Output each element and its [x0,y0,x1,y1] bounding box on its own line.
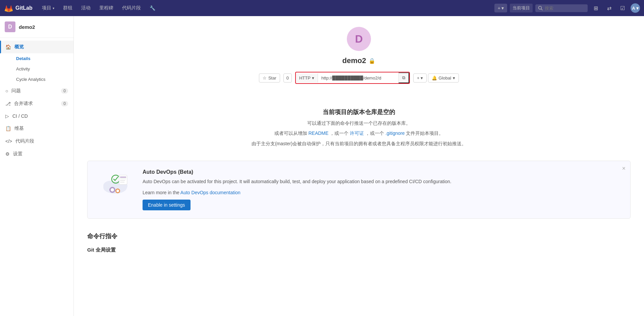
empty-repo-section: 当前项目的版本仓库是空的 可以通过下面的命令行推送一个已存在的版本库。 或者可以… [74,101,644,161]
add-button[interactable]: + ▾ [494,4,507,12]
commands-title: 命令行指令 [87,232,631,240]
sidebar-cicd-label: CI / CD [12,113,28,119]
issue-icon: ○ [5,88,8,94]
layout: D demo2 🏠 概览 Details Activity Cycle Anal… [0,16,644,316]
search-input[interactable] [545,6,585,11]
sidebar-project-name: demo2 [19,24,35,30]
sidebar-project-header: D demo2 [0,16,73,38]
plus-chevron-icon: ▾ [421,75,423,81]
star-button[interactable]: ☆ Star [259,73,280,83]
project-name-row: demo2 🔒 [80,56,637,65]
devops-description: Auto DevOps can be activated for this pr… [143,178,620,185]
ci-icon: ▷ [5,113,9,119]
git-global-title: Git 全局设置 [87,247,631,253]
notify-chevron-icon: ▾ [453,75,455,81]
sidebar-item-snippets[interactable]: </> 代码片段 [0,135,73,148]
merge-request-icon-btn[interactable]: ⇄ [604,3,614,13]
nav-milestones[interactable]: 里程碑 [95,3,117,13]
devops-learn-more: Learn more in the Auto DevOps documentat… [143,189,620,196]
sidebar-wiki-label: 维基 [14,125,24,131]
url-bar-wrap: ☆ Star 0 HTTP ▾ ⧉ + [80,72,637,84]
merge-badge: 0 [61,101,68,106]
empty-repo-line2: 或者可以从增加 README ，或一个 许可证 ，或一个 .gitignore … [87,129,631,137]
chevron-down-icon: ▾ [312,75,314,81]
notify-label: Global [439,75,451,81]
url-input[interactable] [318,73,398,83]
topnav-right: + ▾ 当前项目 ⊞ ⇄ ☑ A ▾ [494,3,640,13]
svg-rect-10 [119,175,127,185]
url-actions: + ▾ 🔔 Global ▾ [413,73,459,83]
sidebar-overview-label: 概览 [14,44,24,50]
notify-button[interactable]: 🔔 Global ▾ [428,73,459,83]
sidebar-item-cicd[interactable]: ▷ CI / CD [0,110,73,122]
sidebar-snippets-label: 代码片段 [15,138,34,144]
auto-devops-illustration [98,169,132,196]
bell-icon: 🔔 [432,75,437,81]
command-section: 命令行指令 Git 全局设置 [74,232,644,270]
sidebar-project-avatar: D [5,21,15,32]
topnav: GitLab 项目 群组 活动 里程碑 代码片段 🔧 + ▾ 当前项目 ⊞ ⇄ … [0,0,644,16]
svg-point-8 [116,190,119,192]
nav-wrench[interactable]: 🔧 [146,3,159,13]
snippet-icon: </> [5,139,12,144]
user-avatar[interactable]: A ▾ [631,3,640,13]
gitlab-logo-icon [4,3,13,13]
wiki-icon: 📋 [5,126,11,131]
main-content: D demo2 🔒 ☆ Star 0 HTTP ▾ [74,16,644,316]
sidebar-sub-overview: Details Activity Cycle Analytics [0,53,73,85]
sidebar-item-settings[interactable]: ⚙ 设置 [0,148,73,160]
issues-badge: 0 [61,88,68,94]
search-icon [538,6,543,10]
url-box: HTTP ▾ ⧉ [295,72,410,84]
brand-name: GitLab [15,5,33,11]
project-header: D demo2 🔒 ☆ Star 0 HTTP ▾ [74,16,644,101]
sidebar-merge-label: 合并请求 [14,101,33,107]
devops-content: Auto DevOps (Beta) Auto DevOps can be ac… [143,169,620,210]
empty-repo-line3: 由于主分支(master)会被自动保护，只有当前项目的拥有者或者您具备主程序员权… [87,140,631,147]
auto-devops-card: × [87,161,631,219]
gitignore-link[interactable]: .gitignore [385,130,405,136]
broadcast-icon-btn[interactable]: ⊞ [590,3,601,13]
sidebar-sub-details[interactable]: Details [11,53,73,64]
brand[interactable]: GitLab [4,3,33,13]
url-protocol-select[interactable]: HTTP ▾ [296,73,318,83]
settings-icon: ⚙ [5,151,10,157]
sidebar-sub-cycle-analytics[interactable]: Cycle Analytics [11,74,73,85]
sidebar-item-merge-requests[interactable]: ⎇ 合并请求 0 [0,97,73,110]
home-icon: 🏠 [5,44,11,50]
sidebar-item-overview[interactable]: 🏠 概览 [0,41,73,53]
enable-settings-button[interactable]: Enable in settings [143,200,191,210]
nav-activity[interactable]: 活动 [77,3,95,13]
url-copy-button[interactable]: ⧉ [398,72,409,83]
sidebar-nav: 🏠 概览 Details Activity Cycle Analytics ○ … [0,38,73,316]
devops-title: Auto DevOps (Beta) [143,169,620,175]
sidebar: D demo2 🏠 概览 Details Activity Cycle Anal… [0,16,74,316]
topnav-links: 项目 群组 活动 里程碑 代码片段 🔧 [38,3,494,13]
nav-projects[interactable]: 项目 [38,3,58,13]
todo-icon-btn[interactable]: ☑ [617,3,628,13]
license-link[interactable]: 许可证 [350,130,364,136]
sidebar-item-wiki[interactable]: 📋 维基 [0,122,73,135]
project-avatar-large: D [347,27,371,51]
star-count: 0 [283,73,292,83]
star-icon: ☆ [263,75,267,81]
search-wrap[interactable] [535,4,588,12]
copy-icon: ⧉ [402,75,405,81]
merge-icon: ⎇ [5,101,11,106]
plus-dropdown-button[interactable]: + ▾ [413,73,427,83]
sidebar-item-issues[interactable]: ○ 问题 0 [0,85,73,97]
devops-learn-link[interactable]: Auto DevOps documentation [180,190,240,195]
svg-point-6 [111,188,114,192]
sidebar-settings-label: 设置 [13,151,22,157]
url-protocol-label: HTTP [299,75,311,81]
sidebar-issues-label: 问题 [11,88,21,94]
empty-repo-line1: 可以通过下面的命令行推送一个已存在的版本库。 [87,119,631,127]
star-label: Star [268,75,276,81]
nav-snippets[interactable]: 代码片段 [118,3,145,13]
readme-link[interactable]: README [308,130,328,136]
auto-devops-close-button[interactable]: × [622,165,626,172]
sidebar-sub-activity[interactable]: Activity [11,64,73,74]
svg-line-1 [541,9,543,10]
current-project-label: 当前项目 [510,4,533,12]
nav-groups[interactable]: 群组 [59,3,76,13]
